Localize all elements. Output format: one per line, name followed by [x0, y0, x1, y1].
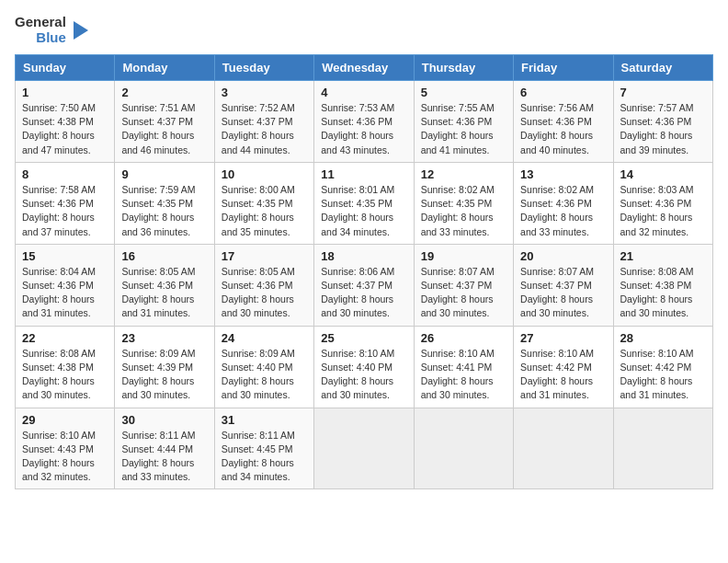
day-number: 19	[421, 249, 506, 263]
day-number: 4	[321, 86, 406, 99]
calendar-cell: 9 Sunrise: 7:59 AM Sunset: 4:35 PM Dayli…	[115, 162, 214, 244]
day-number: 25	[321, 331, 406, 345]
day-info: Sunrise: 7:58 AM Sunset: 4:36 PM Dayligh…	[22, 183, 108, 239]
day-of-week-header: Monday	[115, 55, 214, 81]
day-of-week-header: Thursday	[414, 55, 513, 81]
calendar-cell: 31 Sunrise: 8:11 AM Sunset: 4:45 PM Dayl…	[214, 408, 313, 489]
day-info: Sunrise: 7:53 AM Sunset: 4:36 PM Dayligh…	[321, 101, 406, 157]
calendar-cell: 30 Sunrise: 8:11 AM Sunset: 4:44 PM Dayl…	[115, 408, 214, 489]
day-info: Sunrise: 8:01 AM Sunset: 4:35 PM Dayligh…	[321, 183, 406, 239]
calendar-cell: 24 Sunrise: 8:09 AM Sunset: 4:40 PM Dayl…	[214, 326, 313, 408]
day-number: 18	[321, 249, 406, 263]
calendar-table: SundayMondayTuesdayWednesdayThursdayFrid…	[15, 54, 713, 489]
day-info: Sunrise: 8:11 AM Sunset: 4:45 PM Dayligh…	[222, 429, 307, 485]
calendar-cell: 19 Sunrise: 8:07 AM Sunset: 4:37 PM Dayl…	[414, 244, 513, 326]
day-info: Sunrise: 8:02 AM Sunset: 4:35 PM Dayligh…	[421, 183, 506, 239]
calendar-cell: 22 Sunrise: 8:08 AM Sunset: 4:38 PM Dayl…	[16, 326, 115, 408]
day-info: Sunrise: 8:00 AM Sunset: 4:35 PM Dayligh…	[222, 183, 307, 239]
calendar-cell: 12 Sunrise: 8:02 AM Sunset: 4:35 PM Dayl…	[414, 162, 513, 244]
calendar-cell: 4 Sunrise: 7:53 AM Sunset: 4:36 PM Dayli…	[314, 81, 414, 163]
calendar-cell: 25 Sunrise: 8:10 AM Sunset: 4:40 PM Dayl…	[314, 326, 414, 408]
day-number: 14	[620, 167, 706, 181]
day-number: 9	[121, 167, 207, 181]
day-of-week-header: Saturday	[613, 55, 712, 81]
day-info: Sunrise: 7:51 AM Sunset: 4:37 PM Dayligh…	[121, 101, 207, 157]
day-info: Sunrise: 8:10 AM Sunset: 4:41 PM Dayligh…	[421, 347, 506, 403]
day-number: 21	[620, 249, 706, 263]
calendar-cell: 2 Sunrise: 7:51 AM Sunset: 4:37 PM Dayli…	[115, 81, 214, 163]
day-info: Sunrise: 8:10 AM Sunset: 4:42 PM Dayligh…	[520, 347, 606, 403]
calendar-cell: 18 Sunrise: 8:06 AM Sunset: 4:37 PM Dayl…	[314, 244, 414, 326]
calendar-cell: 20 Sunrise: 8:07 AM Sunset: 4:37 PM Dayl…	[514, 244, 613, 326]
header: General Blue	[15, 15, 713, 45]
day-number: 8	[22, 167, 108, 181]
day-info: Sunrise: 7:55 AM Sunset: 4:36 PM Dayligh…	[421, 101, 506, 157]
calendar-cell	[414, 408, 513, 489]
calendar-cell: 26 Sunrise: 8:10 AM Sunset: 4:41 PM Dayl…	[414, 326, 513, 408]
day-of-week-header: Sunday	[16, 55, 115, 81]
calendar-cell: 13 Sunrise: 8:02 AM Sunset: 4:36 PM Dayl…	[514, 162, 613, 244]
day-number: 22	[22, 331, 108, 345]
day-number: 2	[121, 86, 207, 99]
calendar-cell: 1 Sunrise: 7:50 AM Sunset: 4:38 PM Dayli…	[16, 81, 115, 163]
calendar-cell	[314, 408, 414, 489]
day-number: 7	[620, 86, 706, 99]
day-number: 20	[520, 249, 606, 263]
day-info: Sunrise: 8:03 AM Sunset: 4:36 PM Dayligh…	[620, 183, 706, 239]
svg-marker-0	[74, 21, 88, 40]
day-info: Sunrise: 8:10 AM Sunset: 4:43 PM Dayligh…	[22, 429, 108, 485]
calendar-cell: 11 Sunrise: 8:01 AM Sunset: 4:35 PM Dayl…	[314, 162, 414, 244]
day-info: Sunrise: 8:09 AM Sunset: 4:40 PM Dayligh…	[222, 347, 307, 403]
day-number: 29	[22, 413, 108, 427]
calendar-cell: 3 Sunrise: 7:52 AM Sunset: 4:37 PM Dayli…	[214, 81, 313, 163]
calendar-cell	[613, 408, 712, 489]
calendar-cell: 28 Sunrise: 8:10 AM Sunset: 4:42 PM Dayl…	[613, 326, 712, 408]
day-of-week-header: Wednesday	[314, 55, 414, 81]
day-info: Sunrise: 7:52 AM Sunset: 4:37 PM Dayligh…	[222, 101, 307, 157]
day-number: 15	[22, 249, 108, 263]
logo: General Blue	[15, 15, 92, 45]
calendar-cell: 21 Sunrise: 8:08 AM Sunset: 4:38 PM Dayl…	[613, 244, 712, 326]
calendar-cell: 17 Sunrise: 8:05 AM Sunset: 4:36 PM Dayl…	[214, 244, 313, 326]
day-info: Sunrise: 8:10 AM Sunset: 4:40 PM Dayligh…	[321, 347, 406, 403]
calendar-cell	[514, 408, 613, 489]
calendar-cell: 14 Sunrise: 8:03 AM Sunset: 4:36 PM Dayl…	[613, 162, 712, 244]
day-info: Sunrise: 8:11 AM Sunset: 4:44 PM Dayligh…	[121, 429, 207, 485]
day-number: 10	[222, 167, 307, 181]
day-number: 27	[520, 331, 606, 345]
day-number: 28	[620, 331, 706, 345]
day-number: 1	[22, 86, 108, 99]
day-number: 31	[222, 413, 307, 427]
day-of-week-header: Tuesday	[214, 55, 313, 81]
day-info: Sunrise: 8:08 AM Sunset: 4:38 PM Dayligh…	[22, 347, 108, 403]
day-number: 23	[121, 331, 207, 345]
day-info: Sunrise: 8:08 AM Sunset: 4:38 PM Dayligh…	[620, 265, 706, 321]
day-info: Sunrise: 8:10 AM Sunset: 4:42 PM Dayligh…	[620, 347, 706, 403]
day-info: Sunrise: 8:06 AM Sunset: 4:37 PM Dayligh…	[321, 265, 406, 321]
calendar-cell: 10 Sunrise: 8:00 AM Sunset: 4:35 PM Dayl…	[214, 162, 313, 244]
calendar-cell: 6 Sunrise: 7:56 AM Sunset: 4:36 PM Dayli…	[514, 81, 613, 163]
day-info: Sunrise: 7:56 AM Sunset: 4:36 PM Dayligh…	[520, 101, 606, 157]
day-number: 11	[321, 167, 406, 181]
day-number: 17	[222, 249, 307, 263]
day-number: 5	[421, 86, 506, 99]
calendar-cell: 27 Sunrise: 8:10 AM Sunset: 4:42 PM Dayl…	[514, 326, 613, 408]
day-info: Sunrise: 8:05 AM Sunset: 4:36 PM Dayligh…	[222, 265, 307, 321]
day-info: Sunrise: 7:57 AM Sunset: 4:36 PM Dayligh…	[620, 101, 706, 157]
day-info: Sunrise: 7:50 AM Sunset: 4:38 PM Dayligh…	[22, 101, 108, 157]
day-number: 24	[222, 331, 307, 345]
logo-text-blue: Blue	[36, 30, 66, 46]
day-info: Sunrise: 7:59 AM Sunset: 4:35 PM Dayligh…	[121, 183, 207, 239]
logo-arrow-icon	[66, 17, 92, 43]
day-number: 3	[222, 86, 307, 99]
day-of-week-header: Friday	[514, 55, 613, 81]
calendar-cell: 15 Sunrise: 8:04 AM Sunset: 4:36 PM Dayl…	[16, 244, 115, 326]
logo-text-general: General	[15, 15, 66, 30]
day-number: 26	[421, 331, 506, 345]
day-number: 6	[520, 86, 606, 99]
calendar-cell: 29 Sunrise: 8:10 AM Sunset: 4:43 PM Dayl…	[16, 408, 115, 489]
calendar-cell: 8 Sunrise: 7:58 AM Sunset: 4:36 PM Dayli…	[16, 162, 115, 244]
calendar-cell: 7 Sunrise: 7:57 AM Sunset: 4:36 PM Dayli…	[613, 81, 712, 163]
day-info: Sunrise: 8:05 AM Sunset: 4:36 PM Dayligh…	[121, 265, 207, 321]
day-info: Sunrise: 8:07 AM Sunset: 4:37 PM Dayligh…	[520, 265, 606, 321]
